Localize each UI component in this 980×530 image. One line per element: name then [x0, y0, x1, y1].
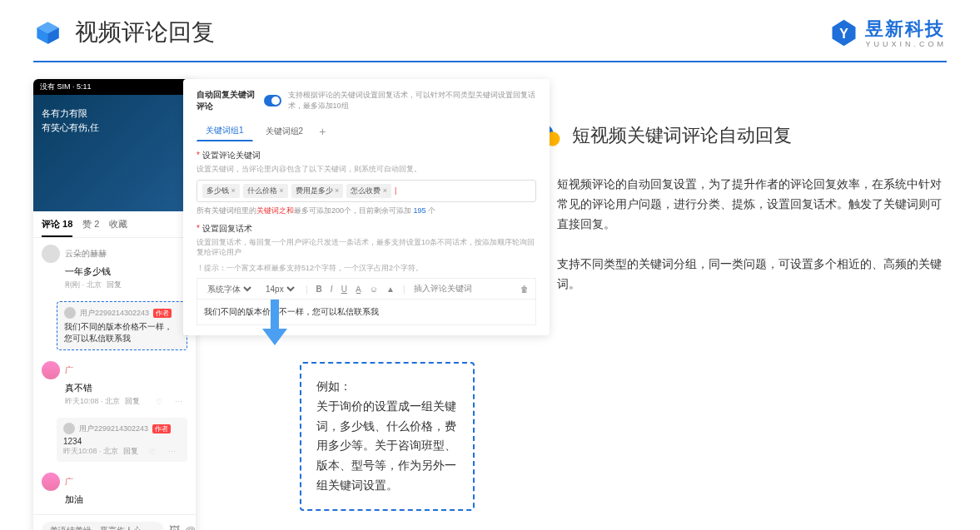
settings-header-label: 自动回复关键词评论: [196, 89, 257, 112]
keywords-field-desc: 设置关键词，当评论里内容包含了以下关键词，则系统可自动回复。: [196, 164, 536, 175]
comment-item: 广 加油: [33, 466, 196, 514]
image-button[interactable]: ▲: [386, 285, 395, 294]
svg-rect-5: [271, 300, 279, 329]
insert-keyword-button[interactable]: 插入评论关键词: [414, 283, 472, 295]
reply-hint: ！提示：一个富文本框最多支持512个字符，一个汉字占用2个字符。: [196, 263, 536, 274]
editor-toolbar: 系统字体 14px | B I U A̲ ☺ ▲ | 插入评论关键词 🗑: [196, 278, 536, 299]
example-text: 关于询价的设置成一组关键词，多少钱、什么价格，费用多少等。关于咨询班型、版本、型…: [316, 397, 458, 496]
reply-text: 我们不同的版本价格不一样，您可以私信联系我: [64, 321, 180, 344]
reply-field-desc: 设置回复话术，每回复一个用户评论只发送一条话术，最多支持设置10条不同话术，按添…: [196, 237, 536, 258]
reply-username: 用户2299214302243: [80, 308, 149, 319]
cube-icon: [33, 18, 62, 47]
avatar: [63, 423, 75, 434]
italic-button[interactable]: I: [331, 285, 333, 294]
ad-mark: 广: [65, 476, 73, 488]
size-select[interactable]: 14px: [262, 284, 297, 295]
emoji-button[interactable]: ☺: [370, 285, 378, 294]
logo: Y 昱新科技 YUUXIN.COM: [829, 17, 947, 48]
reply-box: 用户2299214302243作者 1234 昨天10:08 · 北京回复♡ ⋯: [57, 418, 187, 462]
tab-favorites[interactable]: 收藏: [109, 218, 127, 237]
comment-item: 云朵的赫赫 一年多少钱 刚刚 · 北京回复: [33, 238, 196, 297]
comment-text: 加油: [65, 493, 187, 506]
tab-likes[interactable]: 赞 2: [82, 218, 99, 237]
svg-text:Y: Y: [840, 26, 849, 40]
reply-link[interactable]: 回复: [125, 396, 140, 407]
comment-action-icons[interactable]: ♡ ⋯: [149, 448, 181, 456]
ad-mark: 广: [65, 364, 73, 376]
comment-username: 云朵的赫赫: [65, 248, 107, 260]
tab-comments[interactable]: 评论 18: [42, 218, 72, 237]
reply-link[interactable]: 回复: [107, 280, 122, 290]
page-title: 视频评论回复: [75, 17, 215, 48]
logo-icon: Y: [829, 18, 858, 47]
keyword-hint: 所有关键词组里的关键词之和最多可添加200个，目前剩余可添加 195 个: [196, 206, 536, 216]
keyword-tag[interactable]: 费用是多少: [291, 184, 344, 198]
color-button[interactable]: A̲: [356, 285, 361, 294]
logo-text-sub: YUUXIN.COM: [865, 40, 947, 48]
reply-link[interactable]: 回复: [123, 446, 138, 457]
comment-action-icons[interactable]: ♡ ⋯: [156, 398, 187, 406]
bold-button[interactable]: B: [316, 285, 322, 294]
bullet-text: 支持不同类型的关键词分组，同一类问题，可设置多个相近的、高频的关键词。: [557, 255, 947, 295]
avatar: [42, 245, 60, 263]
logo-text-main: 昱新科技: [865, 17, 947, 42]
image-icon[interactable]: 🖼: [169, 524, 180, 530]
video-thumbnail: 各有力有限 有笑心有伤,任: [33, 95, 196, 211]
reply-text: 1234: [63, 437, 181, 446]
section-title: 短视频关键词评论自动回复: [572, 123, 792, 148]
tag-input-cursor: |: [395, 186, 396, 195]
example-box: 例如： 关于询价的设置成一组关键词，多少钱、什么价格，费用多少等。关于咨询班型、…: [300, 362, 475, 511]
reply-editor[interactable]: 我们不同的版本价格不一样，您可以私信联系我: [196, 299, 536, 325]
delete-button[interactable]: 🗑: [520, 285, 529, 294]
phone-status-bar: 没有 SIM · 5:11: [33, 79, 196, 95]
example-label: 例如：: [316, 377, 458, 397]
keyword-tag[interactable]: 什么价格: [243, 184, 288, 198]
svg-marker-6: [262, 329, 287, 345]
settings-panel: 自动回复关键词评论 支持根据评论的关键词设置回复话术，可以针对不同类型关键词设置…: [183, 79, 550, 335]
reply-field-label: 设置回复话术: [196, 223, 536, 235]
avatar: [64, 307, 76, 319]
arrow-down-icon: [262, 300, 287, 349]
keyword-tag-input[interactable]: 多少钱 什么价格 费用是多少 怎么收费 |: [196, 180, 536, 202]
auto-reply-toggle[interactable]: [264, 95, 281, 106]
avatar: [42, 361, 60, 379]
at-icon[interactable]: @: [185, 524, 196, 530]
reply-box-highlighted: 用户2299214302243作者 我们不同的版本价格不一样，您可以私信联系我: [57, 301, 187, 350]
comment-input[interactable]: [42, 522, 164, 530]
bullet-text: 短视频评论的自动回复设置，为了提升作者的评论回复效率，在系统中针对常见的评论用户…: [557, 175, 947, 234]
comment-text: 真不错: [65, 382, 187, 394]
author-tag: 作者: [153, 309, 172, 318]
underline-button[interactable]: U: [341, 285, 347, 294]
comment-text: 一年多少钱: [65, 265, 187, 278]
reply-username: 用户2299214302243: [79, 424, 148, 434]
keywords-field-label: 设置评论关键词: [196, 150, 536, 161]
phone-mockup: 没有 SIM · 5:11 各有力有限 有笑心有伤,任 评论 18 赞 2 收藏…: [33, 79, 196, 530]
comment-item: 广 真不错 昨天10:08 · 北京回复♡ ⋯: [33, 354, 196, 414]
keyword-tag[interactable]: 多少钱: [202, 184, 240, 198]
settings-header-desc: 支持根据评论的关键词设置回复话术，可以针对不同类型关键词设置回复话术，最多添加1…: [288, 90, 536, 111]
keyword-tag[interactable]: 怎么收费: [346, 184, 391, 198]
avatar: [42, 473, 60, 491]
keyword-group-tab-1[interactable]: 关键词组1: [196, 121, 253, 141]
add-keyword-group-button[interactable]: +: [319, 125, 326, 138]
keyword-group-tab-2[interactable]: 关键词组2: [256, 121, 313, 141]
author-tag: 作者: [152, 424, 171, 433]
font-select[interactable]: 系统字体: [204, 284, 254, 295]
